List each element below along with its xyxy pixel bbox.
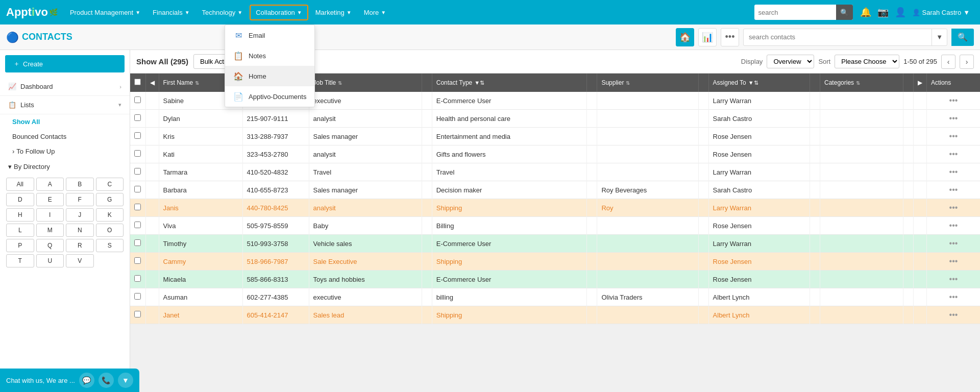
dir-btn-h[interactable]: H — [6, 208, 34, 222]
more-views-button[interactable]: ••• — [721, 28, 739, 46]
search-input[interactable] — [754, 9, 836, 16]
row-checkbox[interactable] — [134, 204, 141, 210]
dir-btn-v[interactable]: V — [66, 254, 94, 267]
dir-btn-k[interactable]: K — [96, 208, 124, 222]
sidebar-item-dashboard[interactable]: 📈 Dashboard › — [0, 78, 130, 96]
dir-btn-j[interactable]: J — [66, 208, 94, 222]
dir-btn-r[interactable]: R — [66, 239, 94, 252]
nav-collaboration[interactable]: Collaboration ▼ — [250, 5, 308, 20]
sidebar-link-show-all[interactable]: Show All — [0, 114, 130, 129]
dir-btn-b[interactable]: B — [66, 178, 94, 191]
row-checkbox[interactable] — [134, 186, 141, 192]
by-directory-toggle[interactable]: ▾ By Directory — [0, 159, 130, 175]
chat-collapse-button[interactable]: ▼ — [118, 373, 133, 388]
row-name-cell[interactable]: Kris — [159, 128, 242, 145]
row-name-cell[interactable]: Barbara — [159, 181, 242, 199]
row-actions-button[interactable]: ••• — [926, 199, 980, 217]
create-button[interactable]: ＋ Create — [5, 55, 125, 72]
nav-product-management[interactable]: Product Management ▼ — [65, 6, 145, 19]
row-checkbox[interactable] — [134, 114, 141, 121]
th-categories[interactable]: Categories ⇅ — [820, 74, 903, 92]
logo[interactable]: Appt i vo 🌿 — [6, 6, 58, 19]
row-name-cell[interactable]: Asuman — [159, 288, 242, 306]
dropdown-item-email[interactable]: ✉ Email — [225, 25, 314, 45]
th-contact-type[interactable]: Contact Type ▼⇅ — [432, 74, 587, 92]
nav-more[interactable]: More ▼ — [359, 6, 391, 19]
row-name-cell[interactable]: Janet — [159, 306, 242, 324]
th-assigned-to[interactable]: Assigned To ▼⇅ — [708, 74, 810, 92]
row-name-cell[interactable]: Viva — [159, 217, 242, 235]
row-actions-button[interactable]: ••• — [926, 235, 980, 253]
messages-icon[interactable]: 📷 — [877, 7, 889, 18]
dir-btn-t[interactable]: T — [6, 254, 34, 267]
row-actions-button[interactable]: ••• — [926, 110, 980, 128]
dir-btn-g[interactable]: G — [96, 193, 124, 206]
row-name-cell[interactable]: Timothy — [159, 235, 242, 253]
dropdown-item-documents[interactable]: 📄 Apptivo-Documents — [225, 86, 314, 107]
th-expand[interactable]: ▶ — [913, 74, 926, 92]
nav-marketing[interactable]: Marketing ▼ — [310, 6, 357, 19]
row-checkbox[interactable] — [134, 168, 141, 175]
nav-technology[interactable]: Technology ▼ — [197, 6, 248, 19]
row-actions-button[interactable]: ••• — [926, 128, 980, 145]
row-checkbox[interactable] — [134, 275, 141, 282]
th-supplier[interactable]: Supplier ⇅ — [597, 74, 698, 92]
dir-btn-n[interactable]: N — [66, 224, 94, 237]
contacts-icon[interactable]: 👤 — [895, 7, 906, 18]
dir-btn-i[interactable]: I — [36, 208, 64, 222]
row-name-cell[interactable]: Dylan — [159, 110, 242, 128]
row-checkbox[interactable] — [134, 311, 141, 317]
notifications-icon[interactable]: 🔔 — [860, 7, 871, 18]
chat-icon-button[interactable]: 💬 — [79, 373, 94, 388]
row-name-cell[interactable]: Janis — [159, 199, 242, 217]
dir-btn-c[interactable]: C — [96, 178, 124, 191]
search-contacts-button[interactable]: 🔍 — [951, 29, 974, 46]
row-checkbox[interactable] — [134, 222, 141, 228]
sidebar-item-lists[interactable]: 📋 Lists ▾ — [0, 96, 130, 114]
th-job-title[interactable]: Job Title ⇅ — [309, 74, 422, 92]
row-actions-button[interactable]: ••• — [926, 306, 980, 324]
row-checkbox[interactable] — [134, 293, 141, 300]
row-actions-button[interactable]: ••• — [926, 217, 980, 235]
dir-btn-l[interactable]: L — [6, 224, 34, 237]
sidebar-link-follow-up[interactable]: › To Follow Up — [0, 144, 130, 159]
row-name-cell[interactable]: Kati — [159, 145, 242, 163]
row-checkbox[interactable] — [134, 96, 141, 103]
dir-btn-q[interactable]: Q — [36, 239, 64, 252]
row-actions-button[interactable]: ••• — [926, 163, 980, 181]
dir-btn-a[interactable]: A — [36, 178, 64, 191]
row-actions-button[interactable]: ••• — [926, 288, 980, 306]
row-checkbox[interactable] — [134, 132, 141, 139]
nav-financials[interactable]: Financials ▼ — [148, 6, 194, 19]
search-contacts-input[interactable] — [744, 33, 932, 41]
row-name-cell[interactable]: Micaela — [159, 271, 242, 288]
home-view-button[interactable]: 🏠 — [676, 28, 694, 46]
sidebar-link-bounced[interactable]: Bounced Contacts — [0, 129, 130, 144]
search-button[interactable]: 🔍 — [836, 5, 853, 20]
row-name-cell[interactable]: Tarmara — [159, 163, 242, 181]
row-checkbox[interactable] — [134, 257, 141, 264]
pagination-prev-button[interactable]: ‹ — [941, 55, 955, 69]
chart-view-button[interactable]: 📊 — [698, 28, 717, 46]
dropdown-item-notes[interactable]: 📋 Notes — [225, 45, 314, 66]
row-actions-button[interactable]: ••• — [926, 271, 980, 288]
sort-select[interactable]: Please Choose — [835, 55, 899, 68]
dir-btn-p[interactable]: P — [6, 239, 34, 252]
dir-btn-f[interactable]: F — [66, 193, 94, 206]
dir-btn-s[interactable]: S — [96, 239, 124, 252]
row-checkbox[interactable] — [134, 239, 141, 246]
dropdown-item-home[interactable]: 🏠 Home — [225, 66, 314, 86]
row-checkbox[interactable] — [134, 150, 141, 157]
row-actions-button[interactable]: ••• — [926, 181, 980, 199]
phone-icon-button[interactable]: 📞 — [99, 373, 114, 388]
pagination-next-button[interactable]: › — [960, 55, 974, 69]
dir-btn-m[interactable]: M — [36, 224, 64, 237]
row-actions-button[interactable]: ••• — [926, 145, 980, 163]
display-select[interactable]: Overview — [767, 55, 814, 68]
dir-btn-e[interactable]: E — [36, 193, 64, 206]
dir-btn-all[interactable]: All — [6, 178, 34, 191]
search-dropdown-icon[interactable]: ▼ — [932, 29, 947, 45]
row-name-cell[interactable]: Cammy — [159, 253, 242, 271]
dir-btn-o[interactable]: O — [96, 224, 124, 237]
row-actions-button[interactable]: ••• — [926, 92, 980, 110]
